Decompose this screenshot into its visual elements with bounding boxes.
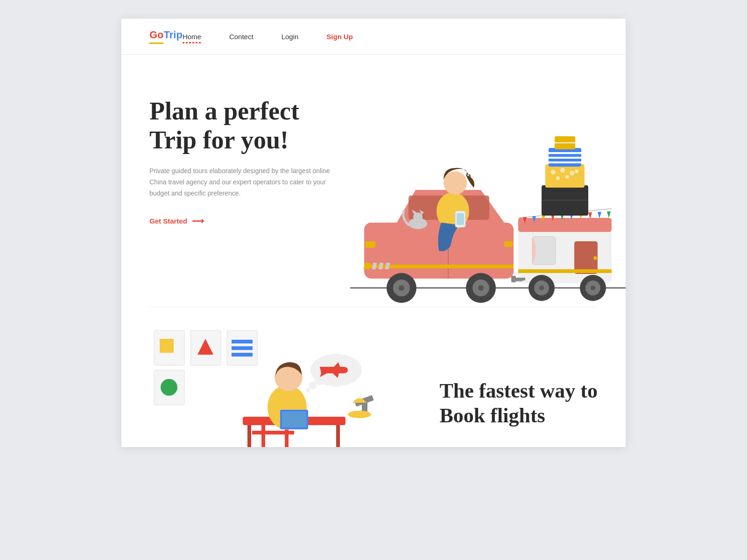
logo-go: Go — [149, 29, 164, 41]
nav-login[interactable]: Login — [282, 33, 299, 41]
svg-rect-6 — [365, 241, 375, 248]
section2-title: The fastest way to Book flights — [439, 379, 598, 428]
logo-underline — [149, 42, 163, 44]
svg-rect-69 — [232, 346, 253, 350]
dot-gray-2 — [379, 263, 383, 269]
svg-rect-62 — [516, 278, 525, 280]
get-started-label: Get Started — [149, 217, 187, 225]
hero-illustration — [336, 83, 598, 307]
nav-signup[interactable]: Sign Up — [326, 33, 353, 41]
svg-point-26 — [593, 256, 597, 260]
hero-description: Private guided tours elaborately designe… — [149, 166, 345, 199]
dot-gray-1 — [372, 263, 377, 269]
svg-rect-73 — [261, 424, 265, 447]
section2-text: The fastest way to Book flights — [439, 379, 598, 447]
logo: Go Trip — [149, 29, 183, 44]
svg-rect-68 — [232, 340, 253, 343]
svg-point-51 — [560, 168, 565, 173]
svg-point-86 — [306, 388, 310, 392]
section2: The fastest way to Book flights — [121, 307, 626, 447]
svg-point-32 — [539, 286, 544, 290]
svg-point-72 — [161, 379, 177, 396]
svg-marker-44 — [588, 212, 592, 219]
svg-point-54 — [565, 175, 569, 179]
logo-text: Go Trip — [149, 29, 183, 41]
svg-point-13 — [478, 285, 484, 291]
svg-point-53 — [556, 176, 560, 180]
svg-rect-29 — [511, 276, 516, 282]
car-illustration-svg — [336, 92, 626, 307]
desk-scene — [149, 326, 383, 447]
svg-point-84 — [314, 374, 325, 385]
hero-title: Plan a perfect Trip for you! — [149, 97, 345, 154]
svg-rect-27 — [518, 269, 612, 273]
hero-section: Plan a perfect Trip for you! Private gui… — [121, 55, 626, 307]
desk-illustration-svg — [149, 326, 383, 447]
nav-home[interactable]: Home — [183, 33, 201, 41]
get-started-button[interactable]: Get Started ⟶ — [149, 216, 345, 226]
svg-point-50 — [551, 170, 556, 175]
svg-point-15 — [444, 171, 467, 195]
svg-rect-17 — [457, 213, 464, 225]
svg-marker-46 — [607, 211, 611, 218]
page-container: Go Trip Home Contect Login Sign Up Plan … — [121, 19, 626, 447]
svg-point-89 — [348, 411, 371, 418]
nav-links: Home Contect Login Sign Up — [183, 33, 353, 41]
svg-rect-49 — [545, 164, 585, 188]
svg-rect-75 — [252, 431, 294, 434]
svg-point-10 — [399, 285, 404, 291]
svg-rect-64 — [160, 339, 174, 353]
svg-point-85 — [309, 382, 317, 389]
dot-gray-3 — [385, 263, 390, 269]
svg-rect-70 — [232, 353, 253, 357]
navbar: Go Trip Home Contect Login Sign Up — [121, 19, 626, 55]
svg-point-55 — [575, 169, 578, 173]
nav-contact[interactable]: Contect — [229, 33, 254, 41]
svg-marker-45 — [598, 212, 601, 218]
hero-text: Plan a perfect Trip for you! Private gui… — [149, 83, 345, 226]
svg-rect-82 — [282, 412, 306, 427]
svg-point-52 — [570, 171, 574, 175]
svg-rect-23 — [518, 218, 612, 232]
logo-trip: Trip — [164, 29, 183, 41]
svg-rect-77 — [247, 425, 251, 447]
svg-rect-7 — [504, 241, 513, 247]
svg-point-35 — [591, 286, 595, 290]
hero-dots — [364, 263, 389, 269]
svg-rect-78 — [336, 425, 340, 447]
dot-yellow — [364, 263, 370, 269]
arrow-icon: ⟶ — [192, 216, 204, 226]
